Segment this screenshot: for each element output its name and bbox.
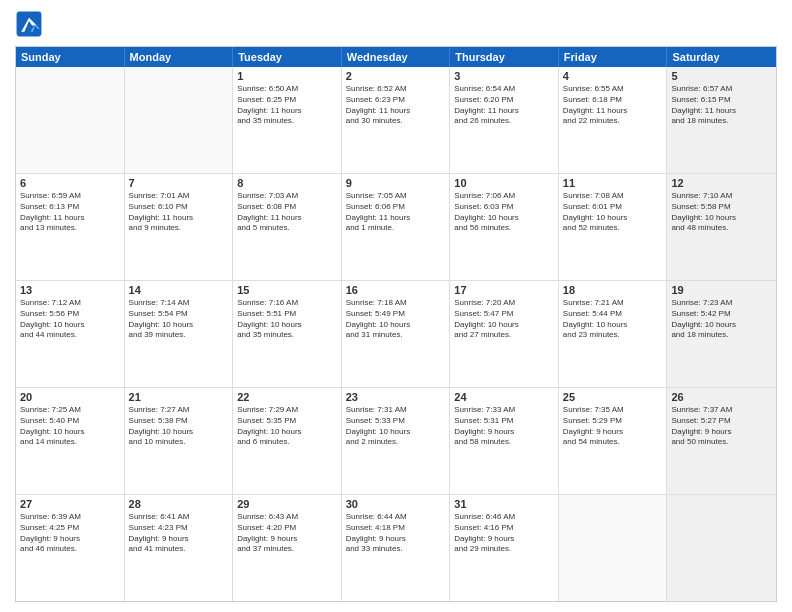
svg-rect-0 <box>17 12 42 37</box>
cell-info: Sunrise: 6:50 AM Sunset: 6:25 PM Dayligh… <box>237 84 337 127</box>
cal-cell-5-7 <box>667 495 776 601</box>
day-number: 21 <box>129 391 229 403</box>
day-number: 4 <box>563 70 663 82</box>
cal-cell-3-5: 17Sunrise: 7:20 AM Sunset: 5:47 PM Dayli… <box>450 281 559 387</box>
day-number: 11 <box>563 177 663 189</box>
cell-info: Sunrise: 6:41 AM Sunset: 4:23 PM Dayligh… <box>129 512 229 555</box>
cal-cell-4-2: 21Sunrise: 7:27 AM Sunset: 5:38 PM Dayli… <box>125 388 234 494</box>
cal-cell-1-2 <box>125 67 234 173</box>
day-number: 9 <box>346 177 446 189</box>
day-number: 25 <box>563 391 663 403</box>
cell-info: Sunrise: 7:37 AM Sunset: 5:27 PM Dayligh… <box>671 405 772 448</box>
cell-info: Sunrise: 7:01 AM Sunset: 6:10 PM Dayligh… <box>129 191 229 234</box>
day-number: 6 <box>20 177 120 189</box>
weekday-header-tuesday: Tuesday <box>233 47 342 67</box>
day-number: 15 <box>237 284 337 296</box>
cal-cell-2-3: 8Sunrise: 7:03 AM Sunset: 6:08 PM Daylig… <box>233 174 342 280</box>
cell-info: Sunrise: 6:43 AM Sunset: 4:20 PM Dayligh… <box>237 512 337 555</box>
cell-info: Sunrise: 6:59 AM Sunset: 6:13 PM Dayligh… <box>20 191 120 234</box>
cell-info: Sunrise: 7:10 AM Sunset: 5:58 PM Dayligh… <box>671 191 772 234</box>
calendar-row-1: 1Sunrise: 6:50 AM Sunset: 6:25 PM Daylig… <box>16 67 776 174</box>
cell-info: Sunrise: 7:03 AM Sunset: 6:08 PM Dayligh… <box>237 191 337 234</box>
page: SundayMondayTuesdayWednesdayThursdayFrid… <box>0 0 792 612</box>
cell-info: Sunrise: 6:44 AM Sunset: 4:18 PM Dayligh… <box>346 512 446 555</box>
day-number: 3 <box>454 70 554 82</box>
cal-cell-4-1: 20Sunrise: 7:25 AM Sunset: 5:40 PM Dayli… <box>16 388 125 494</box>
cal-cell-3-7: 19Sunrise: 7:23 AM Sunset: 5:42 PM Dayli… <box>667 281 776 387</box>
day-number: 22 <box>237 391 337 403</box>
day-number: 26 <box>671 391 772 403</box>
cal-cell-5-5: 31Sunrise: 6:46 AM Sunset: 4:16 PM Dayli… <box>450 495 559 601</box>
cal-cell-2-6: 11Sunrise: 7:08 AM Sunset: 6:01 PM Dayli… <box>559 174 668 280</box>
weekday-header-monday: Monday <box>125 47 234 67</box>
header <box>15 10 777 38</box>
cal-cell-5-3: 29Sunrise: 6:43 AM Sunset: 4:20 PM Dayli… <box>233 495 342 601</box>
day-number: 23 <box>346 391 446 403</box>
day-number: 10 <box>454 177 554 189</box>
calendar-header: SundayMondayTuesdayWednesdayThursdayFrid… <box>16 47 776 67</box>
cal-cell-4-4: 23Sunrise: 7:31 AM Sunset: 5:33 PM Dayli… <box>342 388 451 494</box>
cell-info: Sunrise: 7:14 AM Sunset: 5:54 PM Dayligh… <box>129 298 229 341</box>
day-number: 1 <box>237 70 337 82</box>
cell-info: Sunrise: 6:52 AM Sunset: 6:23 PM Dayligh… <box>346 84 446 127</box>
weekday-header-thursday: Thursday <box>450 47 559 67</box>
cal-cell-1-6: 4Sunrise: 6:55 AM Sunset: 6:18 PM Daylig… <box>559 67 668 173</box>
cal-cell-1-1 <box>16 67 125 173</box>
cell-info: Sunrise: 7:23 AM Sunset: 5:42 PM Dayligh… <box>671 298 772 341</box>
day-number: 14 <box>129 284 229 296</box>
day-number: 2 <box>346 70 446 82</box>
day-number: 30 <box>346 498 446 510</box>
cal-cell-2-2: 7Sunrise: 7:01 AM Sunset: 6:10 PM Daylig… <box>125 174 234 280</box>
cell-info: Sunrise: 7:35 AM Sunset: 5:29 PM Dayligh… <box>563 405 663 448</box>
day-number: 20 <box>20 391 120 403</box>
day-number: 28 <box>129 498 229 510</box>
logo <box>15 10 47 38</box>
day-number: 27 <box>20 498 120 510</box>
cell-info: Sunrise: 7:31 AM Sunset: 5:33 PM Dayligh… <box>346 405 446 448</box>
cal-cell-5-6 <box>559 495 668 601</box>
day-number: 31 <box>454 498 554 510</box>
calendar-row-3: 13Sunrise: 7:12 AM Sunset: 5:56 PM Dayli… <box>16 281 776 388</box>
cell-info: Sunrise: 7:25 AM Sunset: 5:40 PM Dayligh… <box>20 405 120 448</box>
cell-info: Sunrise: 6:39 AM Sunset: 4:25 PM Dayligh… <box>20 512 120 555</box>
cell-info: Sunrise: 7:05 AM Sunset: 6:06 PM Dayligh… <box>346 191 446 234</box>
cal-cell-4-5: 24Sunrise: 7:33 AM Sunset: 5:31 PM Dayli… <box>450 388 559 494</box>
cell-info: Sunrise: 6:57 AM Sunset: 6:15 PM Dayligh… <box>671 84 772 127</box>
cal-cell-1-4: 2Sunrise: 6:52 AM Sunset: 6:23 PM Daylig… <box>342 67 451 173</box>
weekday-header-saturday: Saturday <box>667 47 776 67</box>
cal-cell-3-1: 13Sunrise: 7:12 AM Sunset: 5:56 PM Dayli… <box>16 281 125 387</box>
cal-cell-2-4: 9Sunrise: 7:05 AM Sunset: 6:06 PM Daylig… <box>342 174 451 280</box>
cal-cell-2-1: 6Sunrise: 6:59 AM Sunset: 6:13 PM Daylig… <box>16 174 125 280</box>
cell-info: Sunrise: 6:54 AM Sunset: 6:20 PM Dayligh… <box>454 84 554 127</box>
cal-cell-3-6: 18Sunrise: 7:21 AM Sunset: 5:44 PM Dayli… <box>559 281 668 387</box>
cal-cell-2-5: 10Sunrise: 7:06 AM Sunset: 6:03 PM Dayli… <box>450 174 559 280</box>
calendar-row-2: 6Sunrise: 6:59 AM Sunset: 6:13 PM Daylig… <box>16 174 776 281</box>
day-number: 19 <box>671 284 772 296</box>
cell-info: Sunrise: 7:21 AM Sunset: 5:44 PM Dayligh… <box>563 298 663 341</box>
weekday-header-sunday: Sunday <box>16 47 125 67</box>
weekday-header-wednesday: Wednesday <box>342 47 451 67</box>
calendar: SundayMondayTuesdayWednesdayThursdayFrid… <box>15 46 777 602</box>
cell-info: Sunrise: 7:06 AM Sunset: 6:03 PM Dayligh… <box>454 191 554 234</box>
cal-cell-3-4: 16Sunrise: 7:18 AM Sunset: 5:49 PM Dayli… <box>342 281 451 387</box>
cal-cell-5-4: 30Sunrise: 6:44 AM Sunset: 4:18 PM Dayli… <box>342 495 451 601</box>
day-number: 5 <box>671 70 772 82</box>
cell-info: Sunrise: 7:12 AM Sunset: 5:56 PM Dayligh… <box>20 298 120 341</box>
day-number: 18 <box>563 284 663 296</box>
weekday-header-friday: Friday <box>559 47 668 67</box>
day-number: 16 <box>346 284 446 296</box>
cell-info: Sunrise: 7:33 AM Sunset: 5:31 PM Dayligh… <box>454 405 554 448</box>
cell-info: Sunrise: 7:08 AM Sunset: 6:01 PM Dayligh… <box>563 191 663 234</box>
cal-cell-1-3: 1Sunrise: 6:50 AM Sunset: 6:25 PM Daylig… <box>233 67 342 173</box>
cal-cell-4-3: 22Sunrise: 7:29 AM Sunset: 5:35 PM Dayli… <box>233 388 342 494</box>
day-number: 8 <box>237 177 337 189</box>
cal-cell-4-7: 26Sunrise: 7:37 AM Sunset: 5:27 PM Dayli… <box>667 388 776 494</box>
day-number: 17 <box>454 284 554 296</box>
day-number: 7 <box>129 177 229 189</box>
day-number: 29 <box>237 498 337 510</box>
logo-icon <box>15 10 43 38</box>
cell-info: Sunrise: 7:29 AM Sunset: 5:35 PM Dayligh… <box>237 405 337 448</box>
cell-info: Sunrise: 7:18 AM Sunset: 5:49 PM Dayligh… <box>346 298 446 341</box>
calendar-row-4: 20Sunrise: 7:25 AM Sunset: 5:40 PM Dayli… <box>16 388 776 495</box>
cal-cell-3-2: 14Sunrise: 7:14 AM Sunset: 5:54 PM Dayli… <box>125 281 234 387</box>
